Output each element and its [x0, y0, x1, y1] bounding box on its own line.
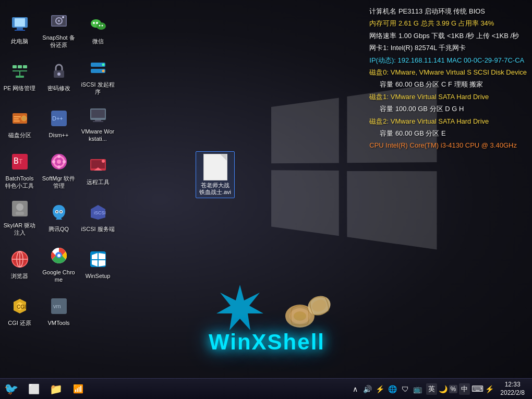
- svg-point-66: [102, 64, 104, 66]
- language-bar: 英 🌙 % 中 ⌨ ⚡: [426, 383, 494, 395]
- desktop-icon-snapshot[interactable]: SnapShot 备份还原: [39, 5, 78, 52]
- svg-point-50: [56, 211, 57, 212]
- tray-area: ∧ 🔊 ⚡ 🌐 🛡 📺: [350, 384, 423, 394]
- volume-icon[interactable]: 🔊: [362, 384, 373, 394]
- skyiar-icon-label: SkyIAR 驱动注入: [2, 222, 37, 236]
- desktop-file-avi[interactable]: 苍老师大战铁血战士.avi: [196, 151, 235, 198]
- svg-rect-12: [13, 70, 27, 71]
- taskbar-files[interactable]: 📁: [45, 379, 67, 399]
- conch2-icon: [305, 290, 334, 321]
- desktop-icon-network[interactable]: PE 网络管理: [0, 52, 39, 99]
- vmtools-icon-img: vm: [47, 294, 71, 318]
- taskbar-search[interactable]: ⬜: [23, 379, 44, 399]
- security-icon[interactable]: 🛡: [400, 384, 410, 394]
- network-tray-icon[interactable]: 🌐: [388, 384, 398, 394]
- sysinfo-line12: CPU Intel(R) Core(TM) i3-4130 CPU @ 3.40…: [369, 139, 527, 151]
- desktop: WinXShell 计算机名 PE3113 启动环境 传统 BIOS 内存可用 …: [0, 0, 532, 399]
- svg-rect-6: [15, 18, 25, 27]
- desktop-icon-remote[interactable]: 远程工具: [78, 146, 117, 193]
- desktop-icon-qq[interactable]: 腾讯QQ: [39, 193, 78, 240]
- skyiar-icon-img: [8, 197, 32, 221]
- starfish-icon: [214, 282, 266, 336]
- browser-icon-label: 浏览器: [11, 273, 28, 280]
- sysinfo-line9: 容量 100.00 GB 分区 D G H: [369, 103, 527, 115]
- taskbar-left: 🐦 ⬜ 📁 📶: [0, 379, 89, 399]
- moon-icon: 🌙: [439, 385, 448, 393]
- svg-point-51: [60, 211, 62, 212]
- svg-rect-11: [23, 65, 27, 68]
- svg-text:B: B: [14, 156, 19, 166]
- power-icon[interactable]: ⚡: [375, 384, 385, 394]
- desktop-icon-pwdmod[interactable]: 密码修改: [39, 52, 78, 99]
- lang-en[interactable]: 英: [426, 383, 437, 395]
- desktop-icon-skyiar[interactable]: SkyIAR 驱动注入: [0, 193, 39, 240]
- system-info-panel: 计算机名 PE3113 启动环境 传统 BIOS 内存可用 2.61 G 总共 …: [369, 5, 527, 152]
- desktop-icon-batchtools[interactable]: BTBatchTools 特色小工具: [0, 146, 39, 193]
- lang-punctuation[interactable]: %: [449, 385, 458, 393]
- svg-rect-69: [91, 110, 105, 118]
- svg-point-24: [16, 203, 23, 211]
- svg-point-46: [52, 160, 55, 163]
- iscsi2-icon-img: iSCSI: [86, 200, 110, 224]
- avi-file-label: 苍老师大战铁血战士.avi: [198, 182, 232, 196]
- diskpart-icon-img: [8, 106, 32, 130]
- desktop-icon-vmware[interactable]: VMware Workstati...: [78, 99, 117, 146]
- dismpp-icon-label: Dism++: [49, 132, 69, 139]
- desktop-icons-container: 此电脑PE 网络管理磁盘分区BTBatchTools 特色小工具SkyIAR 驱…: [0, 5, 125, 370]
- svg-rect-71: [93, 121, 103, 122]
- desktop-icon-softmgr[interactable]: SoftMgr 软件管理: [39, 146, 78, 193]
- svg-point-38: [57, 72, 61, 76]
- svg-rect-25: [16, 212, 24, 215]
- qq-icon-label: 腾讯QQ: [49, 226, 69, 233]
- svg-point-45: [57, 165, 61, 168]
- desktop-icon-cgirestore[interactable]: CGICGI 还原: [0, 287, 39, 334]
- taskbar-angry-birds[interactable]: 🐦: [0, 379, 22, 399]
- svg-rect-13: [19, 71, 20, 76]
- winsetup-icon-label: WinSetup: [86, 273, 111, 280]
- desktop-icon-computer[interactable]: 此电脑: [0, 5, 39, 52]
- computer-icon-img: [8, 13, 32, 37]
- svg-text:iSCSI: iSCSI: [94, 210, 106, 215]
- svg-point-47: [63, 160, 66, 163]
- display-icon[interactable]: 📺: [413, 384, 423, 394]
- desktop-icon-dismpp[interactable]: D++Dism++: [39, 99, 78, 146]
- svg-point-55: [57, 254, 61, 257]
- tray-expand-icon[interactable]: ∧: [350, 384, 360, 394]
- desktop-icon-chrome[interactable]: Google Chrome: [39, 240, 78, 287]
- desktop-icon-diskpart[interactable]: 磁盘分区: [0, 99, 39, 146]
- svg-rect-18: [14, 118, 19, 119]
- pwdmod-icon-label: 密码修改: [47, 85, 70, 92]
- browser-icon-img: [8, 247, 32, 271]
- desktop-icon-vmtools[interactable]: vmVMTools: [39, 287, 78, 334]
- svg-text:CGI: CGI: [17, 304, 26, 310]
- snapshot-icon-label: SnapShot 备份还原: [41, 34, 76, 48]
- wechat-icon-img: [86, 13, 110, 37]
- svg-point-35: [58, 20, 60, 22]
- thunder-icon: ⚡: [485, 385, 494, 393]
- chrome-icon-img: [47, 244, 71, 268]
- taskbar-network[interactable]: 📶: [68, 379, 89, 399]
- sysinfo-line4: 网卡1: Intel(R) 82574L 千兆网卡: [369, 42, 527, 54]
- desktop-icon-winsetup[interactable]: WinSetup: [78, 240, 117, 287]
- system-clock[interactable]: 12:33 2022/2/8: [497, 381, 528, 397]
- diskpart-icon-label: 磁盘分区: [8, 132, 31, 139]
- remote-icon-img: [86, 153, 110, 177]
- svg-rect-70: [95, 120, 101, 121]
- desktop-icon-browser[interactable]: 浏览器: [0, 240, 39, 287]
- qq-icon-img: [47, 200, 71, 224]
- svg-point-60: [93, 22, 95, 24]
- desktop-icon-iscsi2[interactable]: iSCSIiSCSI 服务端: [78, 193, 117, 240]
- taskbar-right: ∧ 🔊 ⚡ 🌐 🛡 📺 英 🌙 % 中 ⌨ ⚡: [350, 379, 532, 399]
- lang-cn[interactable]: 中: [459, 383, 470, 395]
- sysinfo-line6: 磁盘0: VMware, VMware Virtual S SCSI Disk …: [369, 66, 527, 78]
- svg-rect-8: [15, 30, 25, 31]
- network-icon-label: PE 网络管理: [4, 85, 36, 92]
- desktop-icon-iscsi[interactable]: iSCSI 发起程序: [78, 52, 117, 99]
- svg-rect-19: [14, 120, 20, 122]
- desktop-icon-wechat[interactable]: 微信: [78, 5, 117, 52]
- sysinfo-line2: 内存可用 2.61 G 总共 3.99 G 占用率 34%: [369, 17, 527, 29]
- svg-point-2: [294, 311, 306, 321]
- sysinfo-line7: 容量 60.00 GB 分区 C F 理顺 搬家: [369, 78, 527, 90]
- softmgr-icon-img: [47, 150, 71, 174]
- svg-rect-9: [13, 65, 17, 68]
